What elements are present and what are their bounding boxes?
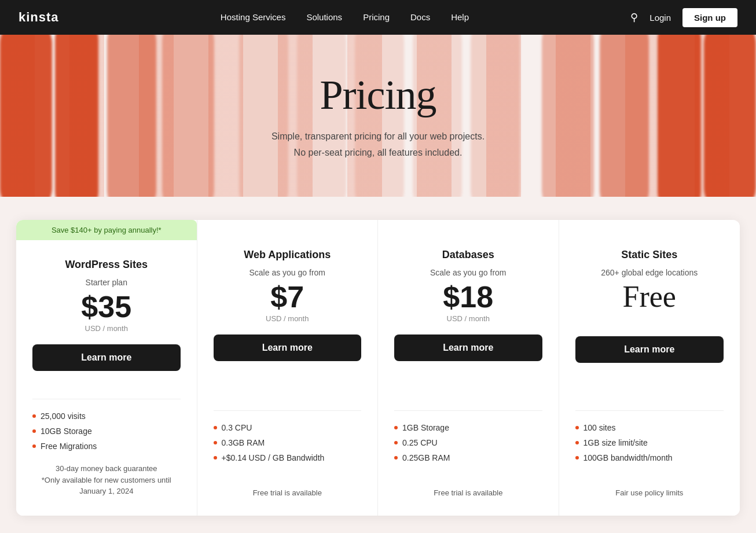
hero-subtitle-line2: No per-seat pricing, all features includ…: [271, 145, 485, 160]
card-top-databases: Databases Scale as you go from $18 USD /…: [378, 220, 559, 396]
learn-more-button-wordpress[interactable]: Learn more: [32, 344, 181, 371]
free-trial-text-databases: Free trial is available: [394, 475, 542, 497]
learn-more-button-static[interactable]: Learn more: [575, 336, 724, 363]
card-features-wordpress: 25,000 visits 10GB Storage Free Migratio…: [16, 385, 197, 497]
pricing-card-databases: Databases Scale as you go from $18 USD /…: [378, 220, 559, 516]
bullet-icon: [32, 444, 36, 448]
fair-use-text: Fair use policy limits: [575, 475, 724, 497]
pricing-section: Save $140+ by paying annually!* WordPres…: [0, 197, 756, 533]
blob-decoration: [162, 35, 214, 197]
page-title: Pricing: [271, 71, 485, 119]
learn-more-button-webapps[interactable]: Learn more: [214, 334, 362, 361]
blob-decoration: [542, 35, 594, 197]
search-icon[interactable]: ⚲: [630, 11, 638, 24]
nav-help[interactable]: Help: [451, 12, 469, 22]
feature-item: Free Migrations: [32, 439, 181, 454]
bullet-icon: [394, 456, 398, 460]
blob-decoration: [658, 35, 701, 197]
feature-item: 100 sites: [575, 420, 724, 435]
login-link[interactable]: Login: [649, 13, 671, 23]
feature-list-static: 100 sites 1GB size limit/site 100GB band…: [575, 420, 724, 465]
guarantee-text: 30-day money back guarantee *Only availa…: [32, 463, 181, 497]
card-top-static: Static Sites 260+ global edge locations …: [559, 220, 740, 396]
plan-price-wordpress: $35: [32, 292, 181, 322]
feature-item: 1GB Storage: [394, 420, 542, 435]
pricing-grid: Save $140+ by paying annually!* WordPres…: [16, 220, 740, 516]
blob-decoration: [0, 35, 52, 197]
nav-solutions[interactable]: Solutions: [306, 12, 342, 22]
feature-item: 0.3GB RAM: [214, 435, 362, 450]
bullet-icon: [575, 426, 579, 429]
nav-hosting[interactable]: Hosting Services: [221, 12, 286, 22]
bullet-icon: [575, 441, 579, 444]
plan-price-static: Free: [575, 282, 724, 312]
blob-decoration: [704, 35, 756, 197]
plan-category-wordpress: WordPress Sites: [32, 259, 181, 271]
blob-decoration: [107, 35, 156, 197]
feature-item: 10GB Storage: [32, 424, 181, 439]
nav-docs[interactable]: Docs: [410, 12, 430, 22]
nav-pricing[interactable]: Pricing: [363, 12, 390, 22]
plan-price-webapps: $7: [214, 282, 362, 312]
plan-category-databases: Databases: [394, 249, 542, 261]
pricing-card-wordpress: Save $140+ by paying annually!* WordPres…: [16, 220, 197, 516]
signup-button[interactable]: Sign up: [682, 8, 737, 27]
hero-section: Pricing Simple, transparent pricing for …: [0, 35, 756, 197]
feature-item: 0.3 CPU: [214, 420, 362, 435]
pricing-card-webapps: Web Applications Scale as you go from $7…: [197, 220, 379, 516]
learn-more-button-databases[interactable]: Learn more: [394, 334, 542, 361]
plan-sub-webapps: Scale as you go from: [214, 268, 362, 277]
plan-category-static: Static Sites: [575, 249, 724, 261]
bullet-icon: [214, 441, 217, 444]
feature-list-webapps: 0.3 CPU 0.3GB RAM +$0.14 USD / GB Bandwi…: [214, 420, 362, 465]
save-badge: Save $140+ by paying annually!*: [16, 220, 197, 240]
card-top-webapps: Web Applications Scale as you go from $7…: [197, 220, 378, 396]
feature-item: 0.25 CPU: [394, 435, 542, 450]
plan-category-webapps: Web Applications: [214, 249, 362, 261]
plan-price-meta-static: [575, 314, 724, 325]
feature-list-wordpress: 25,000 visits 10GB Storage Free Migratio…: [32, 409, 181, 454]
plan-price-databases: $18: [394, 282, 542, 312]
feature-item: 100GB bandwidth/month: [575, 450, 724, 465]
feature-item: +$0.14 USD / GB Bandwidth: [214, 450, 362, 465]
feature-item: 25,000 visits: [32, 409, 181, 424]
bullet-icon: [575, 456, 579, 460]
card-features-databases: 1GB Storage 0.25 CPU 0.25GB RAM Free tri…: [378, 396, 559, 497]
card-features-static: 100 sites 1GB size limit/site 100GB band…: [559, 396, 740, 497]
plan-sub-wordpress: Starter plan: [32, 278, 181, 287]
pricing-card-static: Static Sites 260+ global edge locations …: [559, 220, 740, 516]
feature-item: 0.25GB RAM: [394, 450, 542, 465]
bullet-icon: [394, 441, 398, 444]
blob-decoration: [600, 35, 649, 197]
plan-price-meta-wordpress: USD / month: [32, 324, 181, 333]
nav-right: ⚲ Login Sign up: [630, 8, 737, 27]
hero-subtitle-line1: Simple, transparent pricing for all your…: [271, 128, 485, 144]
blob-decoration: [55, 35, 98, 197]
nav-logo[interactable]: kinsta: [19, 10, 59, 25]
card-top-wordpress: WordPress Sites Starter plan $35 USD / m…: [16, 240, 197, 385]
free-trial-text-webapps: Free trial is available: [214, 475, 362, 497]
bullet-icon: [214, 426, 217, 429]
plan-sub-databases: Scale as you go from: [394, 268, 542, 277]
bullet-icon: [32, 429, 36, 433]
feature-list-databases: 1GB Storage 0.25 CPU 0.25GB RAM: [394, 420, 542, 465]
hero-content: Pricing Simple, transparent pricing for …: [271, 71, 485, 160]
card-features-webapps: 0.3 CPU 0.3GB RAM +$0.14 USD / GB Bandwi…: [197, 396, 378, 497]
bullet-icon: [394, 426, 398, 429]
bullet-icon: [214, 456, 217, 460]
plan-price-meta-databases: USD / month: [394, 314, 542, 323]
bullet-icon: [32, 414, 36, 418]
plan-price-meta-webapps: USD / month: [214, 314, 362, 323]
navbar: kinsta Hosting Services Solutions Pricin…: [0, 0, 756, 35]
nav-links: Hosting Services Solutions Pricing Docs …: [221, 12, 469, 23]
feature-item: 1GB size limit/site: [575, 435, 724, 450]
plan-sub-static: 260+ global edge locations: [575, 268, 724, 277]
